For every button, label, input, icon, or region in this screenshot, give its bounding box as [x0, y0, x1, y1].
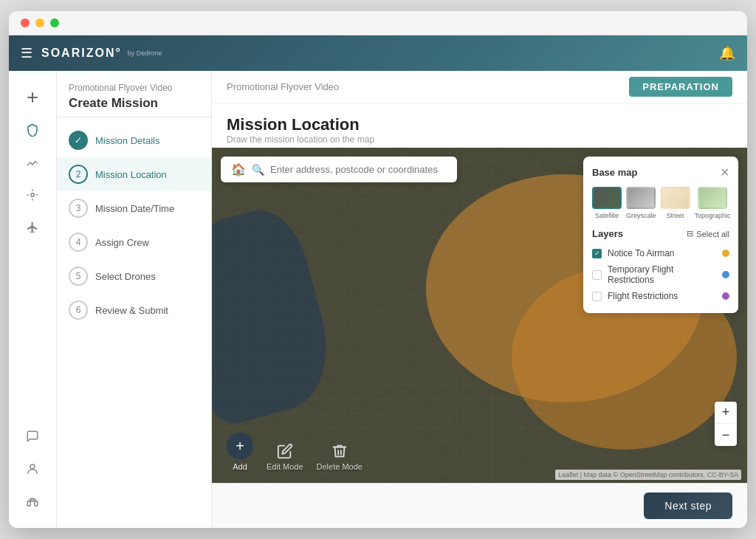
- add-button[interactable]: + Add: [221, 430, 259, 474]
- delete-icon: [331, 443, 348, 459]
- steps-list: ✓ Mission Details 2 Mission Location 3 M…: [57, 117, 211, 528]
- layer-checkbox-tfr[interactable]: [592, 270, 602, 280]
- steps-header: Promotional Flyover Video Create Mission: [57, 71, 211, 117]
- step-label-1: Mission Details: [95, 135, 159, 146]
- basemap-opt-label-topo: Topographic: [695, 212, 731, 219]
- layers-select-all[interactable]: ⊟ Select all: [687, 229, 729, 238]
- close-button[interactable]: [21, 18, 30, 27]
- steps-panel: Promotional Flyover Video Create Mission…: [57, 71, 212, 528]
- layer-item-tfr[interactable]: Temporary Flight Restrictions: [592, 261, 729, 288]
- mission-subtitle: Draw the mission location on the map: [227, 134, 374, 145]
- add-label: Add: [233, 462, 247, 471]
- maximize-button[interactable]: [50, 18, 59, 27]
- project-bar: Promotional Flyover Video PREPARATION: [212, 71, 747, 103]
- delete-mode-button[interactable]: Delete Mode: [311, 440, 368, 474]
- sidebar-item-plus[interactable]: [18, 83, 47, 112]
- map-toolbar: + Add Edit Mode Delete Mode: [221, 430, 368, 474]
- map-search-input[interactable]: [270, 164, 447, 175]
- notification-bell-icon[interactable]: 🔔: [719, 45, 735, 61]
- basemap-option-street[interactable]: Street: [661, 187, 690, 219]
- logo-sub: by Dedrone: [128, 49, 162, 57]
- zoom-in-button[interactable]: +: [715, 402, 737, 424]
- hamburger-icon[interactable]: ☰: [21, 45, 32, 61]
- step-circle-1: ✓: [69, 131, 88, 150]
- basemap-opt-label-greyscale: Greyscale: [626, 212, 656, 219]
- layer-item-notam[interactable]: ✓ Notice To Airman: [592, 245, 729, 261]
- step-circle-6: 6: [69, 301, 88, 320]
- select-all-icon: ⊟: [687, 229, 693, 238]
- basemap-option-greyscale[interactable]: Greyscale: [626, 187, 656, 219]
- minimize-button[interactable]: [35, 18, 44, 27]
- logo-text: SOARIZON°: [41, 47, 122, 60]
- sidebar-item-profile[interactable]: [18, 454, 47, 484]
- step-label-5: Select Drones: [95, 271, 156, 282]
- add-circle-icon: +: [227, 433, 253, 459]
- zoom-controls: + −: [715, 402, 737, 446]
- mission-title-block: Mission Location Draw the mission locati…: [227, 115, 374, 145]
- edit-mode-button[interactable]: Edit Mode: [261, 440, 309, 474]
- step-circle-2: 2: [69, 165, 88, 184]
- step-item-2[interactable]: 2 Mission Location: [57, 157, 211, 191]
- select-all-label: Select all: [696, 230, 729, 238]
- app-window: ☰ SOARIZON° by Dedrone 🔔: [9, 11, 747, 528]
- basemap-thumb-greyscale: [626, 187, 656, 209]
- step-label-2: Mission Location: [95, 169, 167, 180]
- logo-area: SOARIZON° by Dedrone: [41, 47, 162, 60]
- map-search-bar: 🏠 🔍: [221, 157, 457, 182]
- basemap-option-satellite[interactable]: Satellite: [592, 187, 622, 219]
- step-circle-3: 3: [69, 199, 88, 218]
- layer-dot-notam: [722, 250, 729, 257]
- project-bar-name: Promotional Flyover Video: [227, 81, 339, 92]
- sidebar-item-missions[interactable]: [18, 115, 47, 145]
- sidebar-item-equipment[interactable]: [18, 180, 47, 210]
- layer-dot-tfr: [722, 271, 729, 278]
- step-item-6[interactable]: 6 Review & Submit: [57, 293, 211, 327]
- step-item-5[interactable]: 5 Select Drones: [57, 259, 211, 293]
- layer-name-notam: Notice To Airman: [608, 248, 716, 258]
- step-label-6: Review & Submit: [95, 305, 168, 316]
- layers-title: Layers: [592, 228, 623, 239]
- basemap-thumb-satellite: [592, 187, 622, 209]
- layer-checkbox-fr[interactable]: [592, 292, 602, 301]
- sidebar-item-analytics[interactable]: [18, 148, 47, 177]
- map-container[interactable]: 🏠 🔍 Base map ✕ Satellite: [212, 148, 747, 483]
- home-icon[interactable]: 🏠: [231, 162, 246, 176]
- layer-checkbox-notam[interactable]: ✓: [592, 249, 602, 258]
- mission-header: Mission Location Draw the mission locati…: [212, 103, 747, 148]
- step-item-1[interactable]: ✓ Mission Details: [57, 123, 211, 157]
- right-section: Promotional Flyover Video PREPARATION Mi…: [212, 71, 747, 528]
- sidebar-item-flights[interactable]: [18, 213, 47, 242]
- basemap-header: Base map ✕: [592, 165, 729, 179]
- layer-item-fr[interactable]: Flight Restrictions: [592, 288, 729, 304]
- bottom-bar: Next step: [212, 483, 747, 528]
- sidebar-item-organization[interactable]: [18, 487, 47, 516]
- basemap-close-button[interactable]: ✕: [720, 165, 729, 179]
- step-item-4[interactable]: 4 Assign Crew: [57, 225, 211, 259]
- zoom-out-button[interactable]: −: [715, 424, 737, 446]
- basemap-panel: Base map ✕ Satellite Greyscale: [583, 157, 738, 313]
- layers-header: Layers ⊟ Select all: [592, 228, 729, 239]
- preparation-badge: PREPARATION: [629, 77, 732, 97]
- mission-title: Mission Location: [227, 115, 374, 134]
- basemap-option-topographic[interactable]: Topographic: [695, 187, 731, 219]
- svg-rect-3: [35, 501, 38, 506]
- basemap-opt-label-street: Street: [667, 212, 684, 219]
- sidebar-item-messages[interactable]: [18, 422, 47, 451]
- edit-icon: [277, 443, 293, 459]
- project-name: Promotional Flyover Video: [69, 83, 199, 93]
- basemap-thumb-street: [661, 187, 690, 209]
- basemap-opt-label-satellite: Satellite: [595, 212, 619, 219]
- content-body: Promotional Flyover Video Create Mission…: [9, 71, 747, 528]
- steps-title: Create Mission: [69, 96, 199, 111]
- map-attribution: Leaflet | Map data © OpenStreetMap contr…: [555, 470, 741, 480]
- layer-dot-fr: [722, 292, 729, 300]
- step-item-3[interactable]: 3 Mission Date/Time: [57, 191, 211, 225]
- layer-name-tfr: Temporary Flight Restrictions: [608, 264, 716, 285]
- next-step-button[interactable]: Next step: [644, 492, 732, 519]
- step-label-3: Mission Date/Time: [95, 203, 174, 214]
- search-icon: 🔍: [252, 164, 264, 176]
- layer-name-fr: Flight Restrictions: [608, 291, 716, 301]
- basemap-title: Base map: [592, 167, 637, 178]
- step-label-4: Assign Crew: [95, 237, 149, 248]
- delete-label: Delete Mode: [317, 462, 362, 471]
